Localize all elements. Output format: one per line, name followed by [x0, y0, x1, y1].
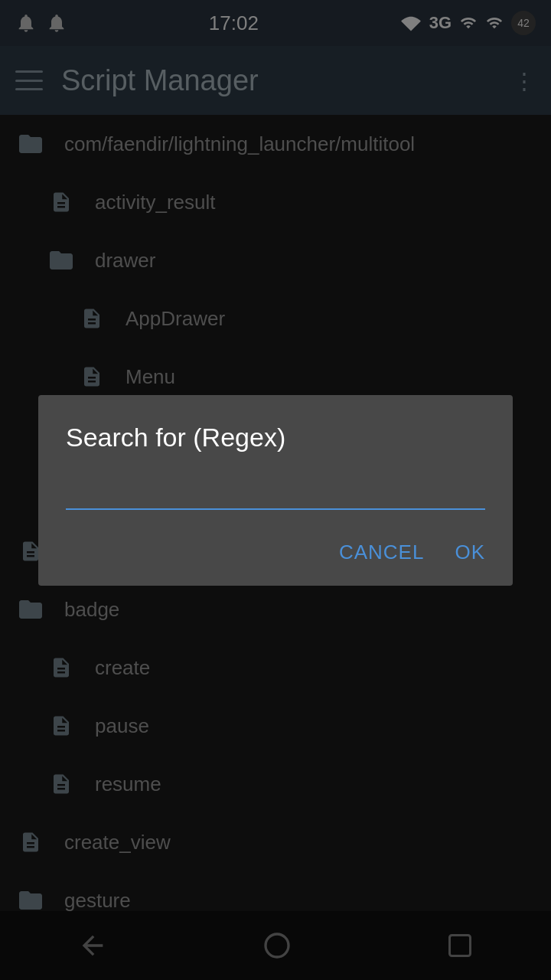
ok-button[interactable]: OK [455, 541, 485, 564]
search-dialog: Search for (Regex) CANCEL OK [38, 395, 513, 586]
search-regex-input[interactable] [66, 475, 485, 510]
dialog-buttons: CANCEL OK [66, 522, 485, 586]
dialog-title: Search for (Regex) [66, 423, 485, 452]
dialog-overlay: Search for (Regex) CANCEL OK [0, 0, 551, 980]
dialog-input-area [66, 475, 485, 510]
cancel-button[interactable]: CANCEL [339, 541, 424, 564]
